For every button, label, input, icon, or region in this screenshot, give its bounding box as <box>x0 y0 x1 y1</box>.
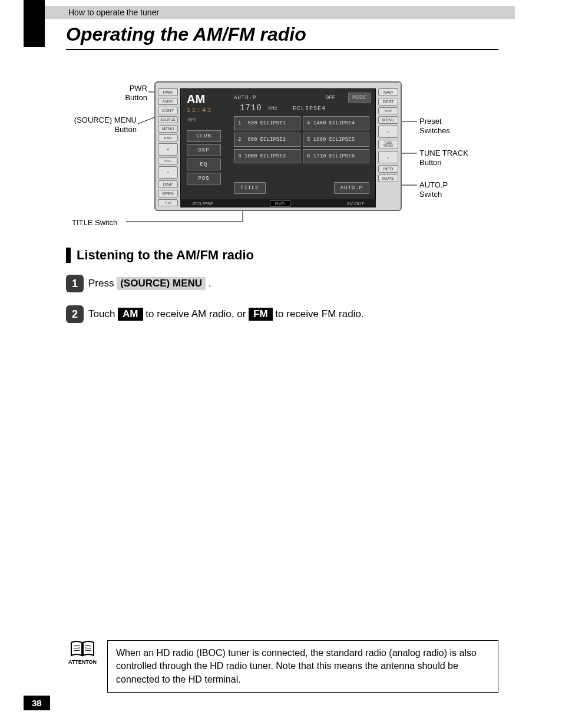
page-number: 38 <box>24 696 50 710</box>
source-menu-label: (SOURCE) MENU <box>117 277 206 290</box>
book-icon <box>70 640 95 658</box>
fm-label: FM <box>249 308 273 321</box>
screen-autop-indicator: AUTO.P <box>234 95 256 101</box>
screen-mode-button[interactable]: MODE <box>348 93 371 103</box>
step-2: 2 Touch AM to receive AM radio, or FM to… <box>66 305 498 323</box>
hw-nav-label: NAV <box>378 107 398 114</box>
screen-rpt-label: RPT <box>188 117 196 123</box>
preset-1[interactable]: 1 530 ECLIPSE1 <box>234 116 300 130</box>
hw-tilt-button[interactable]: TILT <box>158 199 178 206</box>
callout-source-menu: (SOURCE) MENU Button <box>66 116 137 134</box>
svg-line-11 <box>85 648 91 648</box>
hw-vol-label: VOL <box>158 157 178 164</box>
hw-info-button[interactable]: INFO <box>378 165 398 173</box>
attention-label: ATTENTON <box>68 659 97 665</box>
hard-button-column-right: NAVI DEST NAV MENU ⌂ TUNE TRACK ⌄ INFO M… <box>378 88 398 182</box>
brand-strip: /ECLIPSE DVD SV OUT <box>180 199 376 207</box>
attention-block: ATTENTON When an HD radio (IBOC) tuner i… <box>66 640 498 693</box>
brand-mid: DVD <box>270 200 290 207</box>
brand-left: /ECLIPSE <box>192 201 213 206</box>
callout-pwr: PWR Button <box>106 84 147 102</box>
screen-title-switch[interactable]: TITLE <box>234 182 266 194</box>
step-1-number: 1 <box>66 275 84 292</box>
hw-audio-button[interactable]: AUDIO <box>158 98 178 105</box>
screen-pos-button[interactable]: POS <box>187 173 221 185</box>
preset-4[interactable]: 4 1400 ECLIPSE4 <box>303 116 369 130</box>
preset-2[interactable]: 2 600 ECLIPSE2 <box>234 133 300 147</box>
hw-open-button[interactable]: OPEN <box>158 190 178 197</box>
preset-3[interactable]: 3 1000 ECLIPSE3 <box>234 149 300 163</box>
screen-clock: 11:43 <box>187 107 212 114</box>
callout-preset: Preset Switches <box>419 117 450 135</box>
steps-list: 1 Press (SOURCE) MENU . 2 Touch AM to re… <box>66 275 498 336</box>
screen-off-indicator: OFF <box>326 95 335 101</box>
breadcrumb-text: How to operate the tuner <box>68 8 159 17</box>
hw-menu-button[interactable]: MENU <box>158 125 178 133</box>
svg-line-8 <box>74 648 80 648</box>
screen-eq-button[interactable]: EQ <box>187 159 221 170</box>
device-body: PWR AUDIO CONT SOURCE MENU ESN + VOL − D… <box>154 81 402 211</box>
hw-vol-up-button[interactable]: + <box>158 143 178 156</box>
hw-vol-dn-button[interactable]: − <box>158 166 178 179</box>
hw-dest-button[interactable]: DEST <box>378 98 398 106</box>
attention-text: When an HD radio (IBOC) tuner is connect… <box>107 640 498 693</box>
brand-right: SV OUT <box>346 201 364 206</box>
preset-grid: 1 530 ECLIPSE1 4 1400 ECLIPSE4 2 600 ECL… <box>234 116 369 163</box>
hw-source-button[interactable]: SOURCE <box>158 116 178 123</box>
hw-navmenu-button[interactable]: MENU <box>378 116 398 124</box>
touchscreen[interactable]: AM AUTO.P OFF MODE 11:43 1710 kHz ECLIPS… <box>180 88 376 200</box>
step-2-text: Touch AM to receive AM radio, or FM to r… <box>88 308 364 321</box>
side-tab <box>24 0 45 47</box>
callout-title-switch: TITLE Switch <box>72 218 117 228</box>
step-1-text: Press (SOURCE) MENU . <box>88 277 211 290</box>
preset-5[interactable]: 5 1600 ECLIPSE5 <box>303 133 369 147</box>
hard-button-column-left: PWR AUDIO CONT SOURCE MENU ESN + VOL − D… <box>158 88 178 206</box>
hw-tune-track-label: TUNE TRACK <box>378 140 398 149</box>
page-title: Operating the AM/FM radio <box>66 24 498 50</box>
screen-dsp-button[interactable]: DSP <box>187 144 221 156</box>
device-diagram: PWR Button (SOURCE) MENU Button TITLE Sw… <box>66 77 496 230</box>
hw-navi-button[interactable]: NAVI <box>378 88 398 96</box>
am-label: AM <box>118 308 143 321</box>
step-1: 1 Press (SOURCE) MENU . <box>66 275 498 292</box>
screen-band: AM <box>187 93 205 106</box>
svg-line-10 <box>85 645 91 646</box>
svg-line-7 <box>74 645 80 646</box>
preset-6[interactable]: 6 1710 ECLIPSE6 <box>303 149 369 163</box>
breadcrumb: How to operate the tuner <box>45 6 515 19</box>
section-heading: Listening to the AM/FM radio <box>66 248 254 263</box>
step-2-number: 2 <box>66 305 84 323</box>
hw-esn-button[interactable]: ESN <box>158 134 178 141</box>
hw-disp-button[interactable]: DISP <box>158 180 178 188</box>
attention-icon: ATTENTON <box>66 640 99 665</box>
screen-station-name: ECLIPSE4 <box>293 106 326 112</box>
hw-cont-button[interactable]: CONT <box>158 107 178 114</box>
screen-bottom-row: TITLE AUTO.P <box>234 182 369 194</box>
callout-tune-track: TUNE TRACK Button <box>419 149 468 167</box>
hw-tune-up-button[interactable]: ⌂ <box>378 126 398 138</box>
screen-club-button[interactable]: CLUB <box>187 130 221 142</box>
callout-autop: AUTO.P Switch <box>419 180 448 199</box>
screen-freq-unit: kHz <box>268 106 277 111</box>
screen-autop-switch[interactable]: AUTO.P <box>334 182 369 194</box>
hw-mute-button[interactable]: MUTE <box>378 174 398 182</box>
hw-pwr-button[interactable]: PWR <box>158 88 178 96</box>
screen-side-buttons: CLUB DSP EQ POS <box>187 130 221 185</box>
svg-line-12 <box>85 650 91 651</box>
svg-line-9 <box>74 650 80 651</box>
screen-frequency: 1710 <box>240 103 262 113</box>
hw-tune-dn-button[interactable]: ⌄ <box>378 151 398 163</box>
